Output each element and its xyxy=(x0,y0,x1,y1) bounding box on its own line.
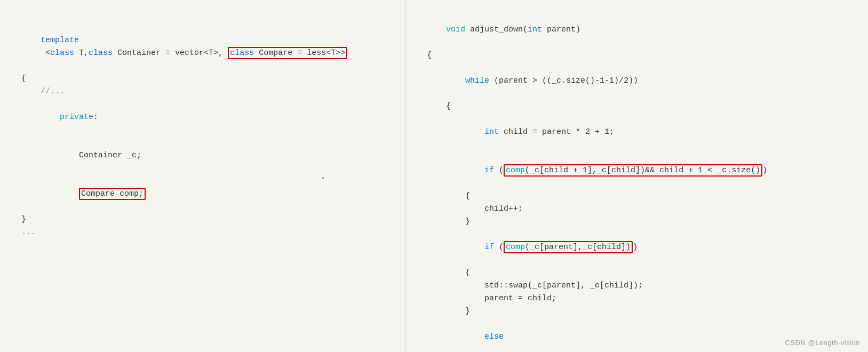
code-line-comment: //... xyxy=(21,85,394,98)
code-line-compare-comp: Compare comp; xyxy=(21,175,394,213)
code-line-container: Container _c; xyxy=(21,137,394,175)
code-line-r11: { xyxy=(427,267,857,279)
code-line-while: while (parent > ((_c.size()-1-1)/2)) xyxy=(427,62,857,100)
code-line-if-comp2: if (comp(_c[parent],_c[child])) xyxy=(427,228,857,267)
code-line-brace-open: { xyxy=(21,73,394,85)
code-line-private: private: xyxy=(21,98,394,137)
code-line-r7: { xyxy=(427,190,857,203)
code-line-child-plusplus: child++; xyxy=(427,203,857,215)
left-code-panel: template <class T,class Container = vect… xyxy=(0,0,405,352)
code-line-r4: { xyxy=(427,100,857,113)
code-line-r9: } xyxy=(427,215,857,228)
highlight-comp1: comp(_c[child + 1],_c[child])&& child + … xyxy=(504,164,762,177)
code-line-r14: } xyxy=(427,305,857,318)
watermark: CSDN @Length-vision xyxy=(785,339,860,347)
highlight-comp2: comp(_c[parent],_c[child]) xyxy=(504,241,633,253)
code-line-func-decl: void adjust_down(int parent) xyxy=(427,11,857,49)
separator-dot: . xyxy=(320,171,326,181)
keyword-template: template xyxy=(41,36,79,45)
code-line-dots: ... xyxy=(21,226,394,239)
code-line-r2: { xyxy=(427,49,857,62)
right-code-panel: void adjust_down(int parent) { while (pa… xyxy=(405,0,868,352)
code-line-if-comp1: if (comp(_c[child + 1],_c[child])&& chil… xyxy=(427,151,857,190)
code-line-brace-close: } xyxy=(21,213,394,226)
code-line-else: else xyxy=(427,318,857,352)
highlight-compare-comp: Compare comp; xyxy=(79,188,146,200)
code-line-parent-child: parent = child; xyxy=(427,292,857,305)
highlight-class-compare: class Compare = less<T>> xyxy=(228,47,347,59)
code-line-int-child: int child = parent * 2 + 1; xyxy=(427,113,857,151)
code-line-template: template <class T,class Container = vect… xyxy=(21,21,394,73)
code-line-swap: std::swap(_c[parent], _c[child]); xyxy=(427,279,857,292)
